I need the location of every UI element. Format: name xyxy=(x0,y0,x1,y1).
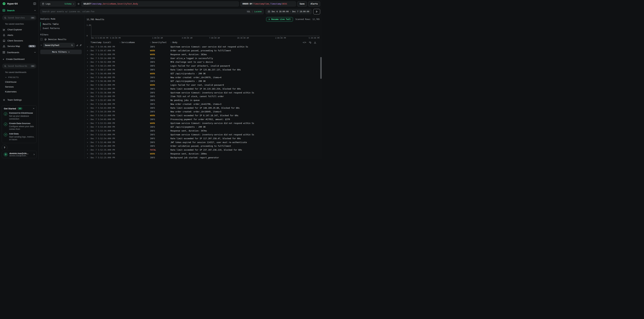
log-row[interactable]: Dec 7 5:59:48.000 PMINFOUpstream service… xyxy=(86,45,320,49)
preset-kubernetes[interactable]: Kubernetes xyxy=(0,89,38,94)
log-row[interactable]: Dec 7 5:53:34.000 PMINFOResponse sent, d… xyxy=(86,129,320,133)
row-expand-icon[interactable] xyxy=(86,134,88,135)
log-row[interactable]: Dec 7 5:54:13.000 PMWARNRate limit excee… xyxy=(86,114,320,118)
help-button[interactable]: ? xyxy=(2,145,8,149)
row-expand-icon[interactable] xyxy=(86,99,88,101)
source-select[interactable]: Logs Schema xyxy=(40,1,76,6)
denoise-results-row[interactable]: Denoise Results xyxy=(40,38,82,40)
row-expand-icon[interactable] xyxy=(86,103,88,105)
chevron-right-icon[interactable] xyxy=(40,44,42,46)
alerts-button[interactable]: Alerts xyxy=(308,1,320,6)
download-icon[interactable] xyxy=(314,41,316,44)
chevron-up-icon[interactable] xyxy=(33,108,34,109)
sql-mode-option[interactable]: SQL xyxy=(247,10,250,13)
create-dashboard-button[interactable]: + Create Dashboard xyxy=(0,56,38,62)
column-severitytext[interactable]: ∷SeverityText xyxy=(150,41,170,44)
row-expand-icon[interactable] xyxy=(86,46,88,48)
row-expand-icon[interactable] xyxy=(86,111,88,113)
get-started-step[interactable]: Add DataStart sending logs, metrics, or … xyxy=(4,132,34,141)
log-row[interactable]: Dec 7 5:52:28.000 PMWARNResponse sent, d… xyxy=(86,152,320,156)
row-expand-icon[interactable] xyxy=(86,84,88,86)
log-row[interactable]: Dec 7 5:54:19.000 PMINFONew order create… xyxy=(86,110,320,114)
row-expand-icon[interactable] xyxy=(86,88,88,90)
log-row[interactable]: Dec 7 5:52:25.000 PMINFOBackground job s… xyxy=(86,156,320,159)
order-by-input[interactable]: ORDER BY (TimestampTime, Timestamp) DESC xyxy=(240,1,296,6)
row-expand-icon[interactable] xyxy=(86,69,88,71)
drag-handle-icon[interactable]: ∷ xyxy=(170,41,172,44)
log-row[interactable]: Dec 7 5:54:43.000 PMINFORate limit excee… xyxy=(86,106,320,110)
row-expand-icon[interactable] xyxy=(86,96,88,97)
row-expand-icon[interactable] xyxy=(86,77,88,78)
log-row[interactable]: Dec 7 5:58:23.000 PMINFOLogin failed for… xyxy=(86,64,320,68)
row-expand-icon[interactable] xyxy=(86,73,88,74)
preset-services[interactable]: Services xyxy=(0,84,38,89)
column-body[interactable]: ∷Body xyxy=(170,41,177,44)
preset-clickhouse[interactable]: ClickHouse xyxy=(0,79,38,84)
pin-icon[interactable] xyxy=(79,44,82,46)
log-row[interactable]: Dec 7 5:59:14.000 PMINFOUser alice_w log… xyxy=(86,56,320,60)
log-row[interactable]: Dec 7 5:52:35.000 PMFATALRate limit exce… xyxy=(86,148,320,152)
mode-event-patterns[interactable]: Event Patterns xyxy=(40,26,82,30)
row-expand-icon[interactable] xyxy=(86,145,88,147)
row-expand-icon[interactable] xyxy=(86,119,88,120)
row-expand-icon[interactable] xyxy=(86,138,88,139)
more-filters-button[interactable]: More filters xyxy=(40,50,82,54)
resume-live-tail-button[interactable]: Resume Live Tail xyxy=(266,17,293,22)
row-expand-icon[interactable] xyxy=(86,157,88,158)
log-row[interactable]: Dec 7 5:56:49.000 PMWARNGET /api/v1/prod… xyxy=(86,72,320,75)
row-expand-icon[interactable] xyxy=(86,142,88,143)
user-profile[interactable]: D dominic.tran@clic... dominic.tran@clic… xyxy=(2,151,37,158)
bar-chart-icon[interactable] xyxy=(76,44,78,46)
log-row[interactable]: Dec 7 5:58:52.000 PMINFOMFA challenge se… xyxy=(86,60,320,64)
save-button[interactable]: Save xyxy=(297,1,307,6)
log-row[interactable]: Dec 7 5:59:47.000 PMWARNOrder validation… xyxy=(86,49,320,53)
wrap-lines-icon[interactable] xyxy=(309,41,311,44)
saved-dashboards-input[interactable]: Saved Dashboards ⌘K xyxy=(2,63,36,69)
log-row[interactable]: Dec 7 5:55:19.000 PMINFOItem 7525 out of… xyxy=(86,95,320,98)
sidebar-item-client-sessions[interactable]: Client Sessions xyxy=(0,38,38,43)
row-expand-icon[interactable] xyxy=(86,65,88,67)
log-row[interactable]: Dec 7 5:55:38.000 PMINFOUpstream service… xyxy=(86,91,320,95)
language-toggle[interactable]: SQL | Lucene xyxy=(247,10,262,13)
chevron-up-icon[interactable] xyxy=(34,51,36,53)
lucene-mode-option[interactable]: Lucene xyxy=(254,10,262,13)
log-row[interactable]: Dec 7 5:52:54.000 PMINFORate limit excee… xyxy=(86,137,320,140)
saved-searches-input[interactable]: Saved Searches ⌘K xyxy=(2,15,36,20)
collapse-sidebar-icon[interactable] xyxy=(33,2,36,5)
row-expand-icon[interactable] xyxy=(86,57,88,59)
row-expand-icon[interactable] xyxy=(86,149,88,151)
presets-toggle[interactable]: PRESETS xyxy=(0,75,38,79)
row-expand-icon[interactable] xyxy=(86,130,88,132)
sidebar-item-alerts[interactable]: Alerts xyxy=(0,32,38,38)
row-expand-icon[interactable] xyxy=(86,107,88,109)
log-row[interactable]: Dec 7 5:56:48.000 PMINFONew order create… xyxy=(86,75,320,79)
row-expand-icon[interactable] xyxy=(86,122,88,124)
row-expand-icon[interactable] xyxy=(86,54,88,55)
log-row[interactable]: Dec 7 5:54:48.000 PMINFONew order create… xyxy=(86,102,320,106)
mode-results-table[interactable]: Results Table xyxy=(40,22,82,26)
scrollbar-thumb[interactable] xyxy=(320,57,322,79)
run-query-button[interactable] xyxy=(313,9,320,14)
row-expand-icon[interactable] xyxy=(86,126,88,128)
row-expand-icon[interactable] xyxy=(86,153,88,155)
row-expand-icon[interactable] xyxy=(86,115,88,116)
log-row[interactable]: Dec 7 5:59:35.000 PMWARNResponse sent, d… xyxy=(86,53,320,56)
log-row[interactable]: Dec 7 5:52:46.000 PMINFOJWT token expire… xyxy=(86,140,320,144)
sidebar-item-dashboards[interactable]: Dashboards xyxy=(0,49,38,55)
log-row[interactable]: Dec 7 5:53:02.000 PMINFOUpstream service… xyxy=(86,133,320,137)
column-timestamp[interactable]: Timestamp (Local) xyxy=(90,41,120,44)
column-servicename[interactable]: ∷ServiceName xyxy=(120,41,150,44)
get-started-step[interactable]: Create Data SourcesConfigure where your … xyxy=(4,122,34,131)
sidebar-item-search[interactable]: Search xyxy=(0,7,38,13)
log-row[interactable]: Dec 7 5:56:46.000 PMINFOGET /api/v1/paym… xyxy=(86,79,320,83)
source-settings-gear-icon[interactable] xyxy=(77,2,80,5)
row-expand-icon[interactable] xyxy=(86,80,88,82)
event-search-input[interactable]: Search your events w/ Lucene ex. column:… xyxy=(40,9,264,14)
select-query-input[interactable]: SELECT Timestamp,ServiceName,SeverityTex… xyxy=(81,1,239,6)
get-started-header[interactable]: Get Started 3/3 xyxy=(4,107,34,110)
row-expand-icon[interactable] xyxy=(86,50,88,51)
log-row[interactable]: Dec 7 5:53:53.000 PMWARNUpstream service… xyxy=(86,121,320,125)
denoise-checkbox[interactable] xyxy=(40,38,43,40)
row-expand-icon[interactable] xyxy=(86,61,88,63)
row-expand-icon[interactable] xyxy=(86,92,88,94)
